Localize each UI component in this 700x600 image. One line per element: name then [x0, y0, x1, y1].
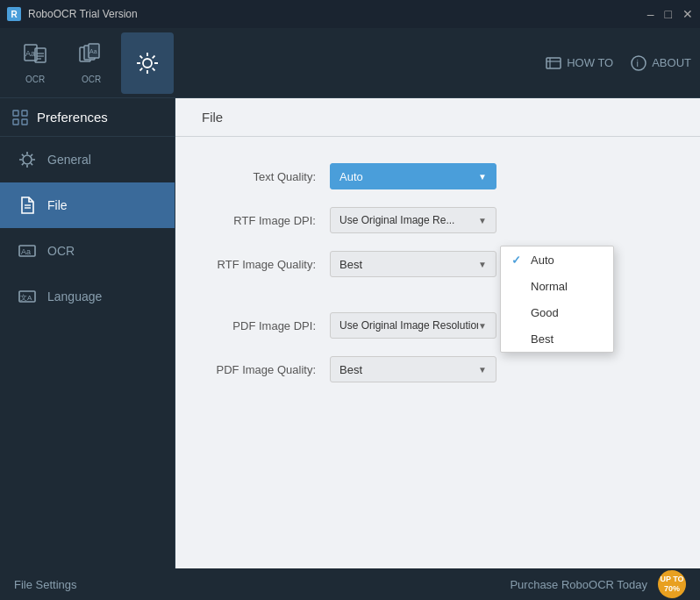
text-ocr-button[interactable]: Aa OCR — [9, 32, 61, 94]
pdf-quality-select[interactable]: Best ▼ — [330, 356, 496, 382]
rtf-dpi-label: RTF Image DPI: — [202, 214, 316, 227]
maximize-button[interactable]: □ — [665, 7, 672, 21]
batch-ocr-label: OCR — [82, 75, 101, 84]
dropdown-option-auto[interactable]: ✓ Auto — [501, 246, 613, 273]
dropdown-best-label: Best — [531, 332, 554, 346]
svg-rect-19 — [22, 119, 27, 125]
close-button[interactable]: ✕ — [682, 7, 693, 21]
svg-text:Aa: Aa — [89, 48, 97, 54]
sidebar: Preferences General File Aa — [0, 98, 175, 568]
svg-text:i: i — [637, 58, 639, 68]
svg-rect-18 — [13, 119, 18, 125]
promo-badge[interactable]: UP TO70% — [658, 570, 686, 598]
content-panel: File Text Quality: Auto ▼ RTF Image DPI:… — [175, 98, 700, 568]
pdf-quality-value: Best — [339, 363, 362, 376]
rtf-dpi-select[interactable]: Use Original Image Re... ▼ — [330, 207, 496, 233]
toolbar: Aa OCR Aa OCR — [0, 28, 700, 98]
content-body: Text Quality: Auto ▼ RTF Image DPI: Use … — [175, 137, 700, 426]
rtf-quality-chevron: ▼ — [478, 260, 487, 269]
svg-text:Aa: Aa — [21, 247, 31, 256]
sidebar-item-language-label: Language — [47, 289, 102, 304]
svg-text:文A: 文A — [20, 294, 32, 302]
sidebar-item-file-label: File — [47, 198, 68, 212]
howto-button[interactable]: HOW TO — [546, 55, 613, 71]
window-controls[interactable]: – □ ✕ — [647, 7, 693, 21]
sidebar-item-ocr[interactable]: Aa OCR — [0, 228, 175, 274]
dropdown-option-normal[interactable]: Normal — [501, 273, 613, 299]
sidebar-title: Preferences — [37, 110, 108, 125]
sidebar-item-file[interactable]: File — [0, 182, 175, 228]
titlebar: R RoboOCR Trial Version – □ ✕ — [0, 0, 700, 28]
window-title: RoboOCR Trial Version — [28, 8, 640, 20]
svg-rect-11 — [546, 58, 561, 68]
text-quality-row: Text Quality: Auto ▼ — [202, 163, 674, 189]
pdf-quality-chevron: ▼ — [478, 365, 487, 375]
rtf-dpi-value: Use Original Image Re... — [339, 214, 454, 226]
content-title: File — [175, 98, 700, 137]
dropdown-auto-label: Auto — [531, 254, 554, 267]
pdf-dpi-chevron: ▼ — [478, 321, 487, 331]
dropdown-option-best[interactable]: Best — [501, 325, 613, 352]
rtf-dpi-row: RTF Image DPI: Use Original Image Re... … — [202, 207, 674, 233]
dropdown-normal-label: Normal — [531, 280, 568, 293]
pdf-quality-row: PDF Image Quality: Best ▼ — [202, 356, 674, 382]
svg-point-10 — [143, 59, 152, 68]
toolbar-icons: Aa OCR Aa OCR — [9, 32, 174, 94]
statusbar-left: File Settings — [14, 578, 77, 591]
howto-label: HOW TO — [567, 56, 613, 69]
text-quality-select[interactable]: Auto ▼ — [330, 163, 496, 189]
sidebar-header: Preferences — [0, 98, 175, 137]
svg-point-20 — [23, 155, 32, 164]
batch-ocr-button[interactable]: Aa OCR — [65, 32, 118, 94]
rtf-quality-label: RTF Image Quality: — [202, 258, 316, 271]
main-area: Preferences General File Aa — [0, 98, 700, 568]
about-button[interactable]: i ABOUT — [631, 55, 691, 71]
svg-point-14 — [632, 56, 646, 70]
svg-rect-17 — [22, 111, 27, 116]
pdf-dpi-value: Use Original Image Resolution — [339, 319, 478, 332]
svg-rect-16 — [13, 111, 18, 116]
sidebar-item-general[interactable]: General — [0, 137, 175, 182]
dropdown-good-label: Good — [531, 306, 559, 319]
sidebar-item-language[interactable]: 文A Language — [0, 274, 175, 319]
sidebar-item-general-label: General — [47, 153, 91, 167]
rtf-quality-value: Best — [339, 258, 362, 271]
svg-text:Aa: Aa — [25, 49, 35, 58]
promo-badge-text: UP TO70% — [660, 575, 683, 594]
pdf-dpi-label: PDF Image DPI: — [202, 319, 316, 332]
text-quality-label: Text Quality: — [202, 170, 316, 183]
statusbar-promo-text: Purchase RoboOCR Today — [510, 578, 647, 591]
app-icon: R — [7, 7, 21, 21]
rtf-quality-select[interactable]: Best ▼ — [330, 251, 496, 277]
toolbar-right: HOW TO i ABOUT — [546, 55, 691, 71]
statusbar: File Settings Purchase RoboOCR Today UP … — [0, 568, 700, 600]
pdf-quality-label: PDF Image Quality: — [202, 363, 316, 376]
pdf-dpi-select[interactable]: Use Original Image Resolution ▼ — [330, 312, 496, 339]
settings-button[interactable] — [121, 32, 174, 94]
about-label: ABOUT — [652, 56, 691, 69]
auto-check: ✓ — [511, 254, 524, 267]
text-ocr-label: OCR — [25, 75, 45, 84]
quality-dropdown: ✓ Auto Normal Good Best — [500, 246, 614, 353]
rtf-dpi-chevron: ▼ — [478, 216, 487, 225]
text-quality-value: Auto — [339, 170, 363, 183]
statusbar-right: Purchase RoboOCR Today UP TO70% — [510, 570, 686, 598]
sidebar-item-ocr-label: OCR — [47, 244, 75, 258]
text-quality-chevron: ▼ — [478, 172, 487, 182]
dropdown-option-good[interactable]: Good — [501, 299, 613, 325]
minimize-button[interactable]: – — [647, 7, 654, 21]
